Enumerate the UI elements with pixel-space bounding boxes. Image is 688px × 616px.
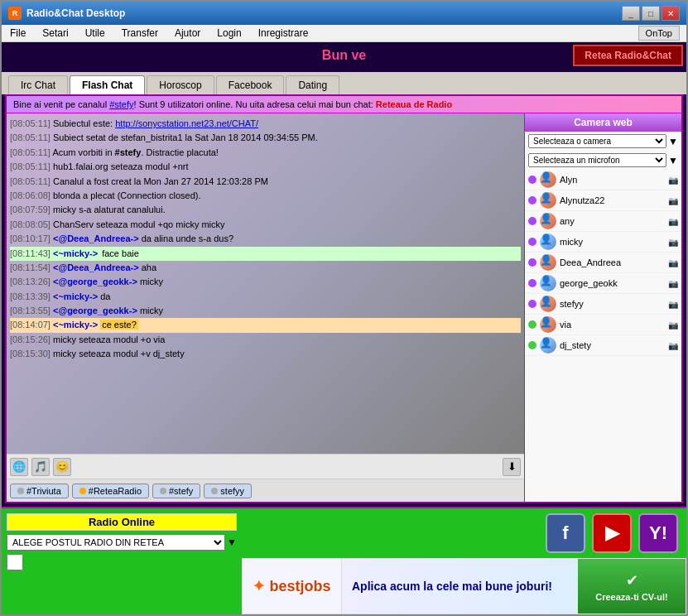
close-button[interactable]: ✕ xyxy=(662,6,680,21)
best-icon: ✦ xyxy=(253,578,265,594)
yahoo-icon: Y! xyxy=(649,522,667,544)
user-item-deea[interactable]: 👤 Deea_Andreea 📷 xyxy=(525,253,681,273)
user-avatar-stefyy: 👤 xyxy=(540,296,556,312)
user-status-stefyy xyxy=(528,300,536,308)
msg-14: [08:13:55] <@george_geokk-> micky xyxy=(10,304,521,318)
tab-irc[interactable]: Irc Chat xyxy=(8,75,68,94)
menu-setari[interactable]: Setari xyxy=(34,25,76,41)
globe-icon[interactable]: 🌐 xyxy=(10,458,28,476)
user-item-djstety[interactable]: 👤 dj_stety 📷 xyxy=(525,335,681,356)
ontop-area: OnTop xyxy=(638,26,686,41)
radio-input-row xyxy=(7,554,237,570)
user-item-george[interactable]: 👤 george_geokk 📷 xyxy=(525,273,681,294)
channel-tab-label-stefy: #stefy xyxy=(169,486,193,496)
music-icon[interactable]: 🎵 xyxy=(31,458,50,476)
ad-cta-button[interactable]: ✔ Creeaza-ti CV-ul! xyxy=(578,559,686,614)
channel-tab-stefyy[interactable]: stefyy xyxy=(204,484,252,498)
subject-link[interactable]: http://sonycstation.net23.net/CHAT/ xyxy=(115,118,258,128)
facebook-button[interactable]: f xyxy=(546,513,585,553)
mic-select[interactable]: Selecteaza un microfon xyxy=(528,153,666,167)
chat-frame: Bine ai venit pe canalul #stefy! Sunt 9 … xyxy=(5,94,683,503)
facebook-icon: f xyxy=(562,522,568,544)
menu-ajutor[interactable]: Ajutor xyxy=(166,25,209,41)
user-item-alynutza22[interactable]: 👤 Alynutza22 📷 xyxy=(525,190,681,211)
msg-3: [08:05:11] Acum vorbiti in #stefy. Distr… xyxy=(10,146,521,160)
mic-dropdown-icon: ▼ xyxy=(668,155,678,166)
channel-tab-retearadio[interactable]: #ReteaRadio xyxy=(72,484,149,498)
user-avatar-deea: 👤 xyxy=(540,254,556,271)
ontop-button[interactable]: OnTop xyxy=(638,26,680,41)
msg-17: [08:15:30] micky seteaza modul +v dj_ste… xyxy=(10,347,521,361)
channel-tab-label-triviuta: #Triviuta xyxy=(26,486,61,496)
ad-banner: ✦ bestjobs Aplica acum la cele mai bune … xyxy=(242,558,686,614)
user-item-alyn[interactable]: 👤 Alyn 📷 xyxy=(525,170,681,190)
chat-main: [08:05:11] Subiectul este: http://sonycs… xyxy=(7,113,524,502)
youtube-icon: ▶ xyxy=(605,522,619,544)
minimize-button[interactable]: _ xyxy=(622,6,640,21)
menu-bar: File Setari Utile Transfer Ajutor Login … xyxy=(2,25,316,41)
user-cam-icon-djstety: 📷 xyxy=(668,341,678,350)
user-status-alynutza22 xyxy=(528,196,536,205)
sidebar: Camera web Selecteaza o camera ▼ Selecte… xyxy=(524,113,681,502)
menu-file[interactable]: File xyxy=(2,25,34,41)
radio-checkbox[interactable] xyxy=(7,554,23,570)
tab-facebook[interactable]: Facebook xyxy=(216,75,285,94)
user-name-george: george_geokk xyxy=(560,278,665,288)
user-item-micky[interactable]: 👤 micky 📷 xyxy=(525,232,681,253)
user-name-alyn: Alyn xyxy=(560,175,665,185)
tab-flash[interactable]: Flash Chat xyxy=(70,75,145,94)
radio-select[interactable]: ALEGE POSTUL RADIO DIN RETEA xyxy=(7,534,225,551)
msg-12: [08:13:26] <@george_geokk-> micky xyxy=(10,275,521,289)
user-name-djstety: dj_stety xyxy=(560,340,665,350)
user-item-stefyy[interactable]: 👤 stefyy 📷 xyxy=(525,294,681,315)
user-avatar-george: 👤 xyxy=(540,275,556,291)
mic-select-row: Selecteaza un microfon ▼ xyxy=(528,153,678,167)
channel-link[interactable]: #stefy xyxy=(109,99,133,109)
chat-body: [08:05:11] Subiectul este: http://sonycs… xyxy=(7,113,681,502)
menu-utile[interactable]: Utile xyxy=(77,25,113,41)
tab-horoscop[interactable]: Horoscop xyxy=(147,75,214,94)
app-icon: R xyxy=(8,7,22,20)
title-bar-left: R Radio&Chat Desktop xyxy=(8,7,125,20)
msg-7: [08:07:59] micky s-a alaturat canalului. xyxy=(10,203,521,217)
user-cam-icon-any: 📷 xyxy=(668,217,678,226)
user-cam-icon-alyn: 📷 xyxy=(668,176,678,185)
yahoo-button[interactable]: Y! xyxy=(638,513,678,553)
tab-dot-stefy xyxy=(160,488,166,494)
scroll-icon[interactable]: ⬇ xyxy=(503,458,521,476)
right-bottom: f ▶ Y! ✦ bestjobs Aplica acum la cele ma… xyxy=(242,508,686,614)
inner-content: Bun ve Retea Radio&Chat Irc Chat Flash C… xyxy=(2,42,686,507)
menu-inregistrare[interactable]: Inregistrare xyxy=(250,25,317,41)
channel-tab-triviuta[interactable]: #Triviuta xyxy=(10,484,69,498)
tab-dating[interactable]: Dating xyxy=(286,75,339,94)
user-name-via: via xyxy=(560,320,665,330)
user-name-micky: micky xyxy=(560,237,665,247)
user-cam-icon-alynutza22: 📷 xyxy=(668,196,678,205)
camera-select[interactable]: Selecteaza o camera xyxy=(528,134,666,148)
user-item-via[interactable]: 👤 via 📷 xyxy=(525,315,681,335)
tab-dot-retearadio xyxy=(79,488,86,494)
menu-transfer[interactable]: Transfer xyxy=(113,25,166,41)
chat-messages[interactable]: [08:05:11] Subiectul este: http://sonycs… xyxy=(7,113,524,454)
camera-select-row: Selecteaza o camera ▼ xyxy=(528,134,678,148)
user-cam-icon-micky: 📷 xyxy=(668,238,678,247)
user-list: 👤 Alyn 📷 👤 Alynutza22 📷 xyxy=(525,170,681,502)
radio-title: Radio Online xyxy=(7,513,237,531)
user-status-george xyxy=(528,279,536,287)
user-cam-icon-george: 📷 xyxy=(668,279,678,288)
checkmark-icon: ✔ xyxy=(626,571,638,590)
youtube-button[interactable]: ▶ xyxy=(592,513,632,553)
msg-2: [08:05:11] Subiect setat de stefan_bistr… xyxy=(10,131,521,145)
channel-tab-stefy[interactable]: #stefy xyxy=(152,484,200,498)
ad-cta-text: Creeaza-ti CV-ul! xyxy=(595,592,667,602)
msg-15: [08:14:07] <~micky-> ce este? xyxy=(10,318,521,332)
user-status-djstety xyxy=(528,341,536,349)
emoji-icon[interactable]: 😊 xyxy=(53,458,71,476)
maximize-button[interactable]: □ xyxy=(642,6,660,21)
user-item-any[interactable]: 👤 any 📷 xyxy=(525,211,681,232)
retea-link[interactable]: Reteaua de Radio xyxy=(376,99,452,109)
user-name-any: any xyxy=(560,216,665,226)
user-avatar-alynutza22: 👤 xyxy=(540,192,556,209)
menu-login[interactable]: Login xyxy=(209,25,249,41)
user-avatar-any: 👤 xyxy=(540,213,556,229)
